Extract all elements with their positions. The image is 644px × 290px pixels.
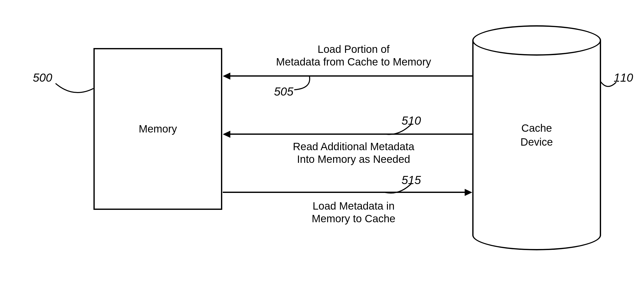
cylinder-top	[472, 25, 601, 56]
arrow-515-head	[465, 189, 472, 196]
arrow-510-head	[223, 131, 230, 138]
cylinder-bottom-mask	[474, 220, 600, 235]
arrow-510-text: Read Additional Metadata Into Memory as …	[240, 140, 467, 166]
arrow-515-text: Load Metadata in Memory to Cache	[240, 200, 467, 225]
arrow-505-head	[223, 73, 230, 80]
arrow-515-text-line1: Load Metadata in	[313, 200, 395, 212]
memory-node: Memory	[93, 48, 222, 210]
cache-device-node: Cache Device	[472, 25, 601, 235]
arrow-510-ref-leader	[384, 124, 414, 139]
arrow-515-ref-leader	[384, 183, 414, 198]
memory-ref-leader	[56, 73, 96, 104]
cache-label-line1: Cache	[521, 122, 552, 134]
arrow-505-text: Load Portion of Metadata from Cache to M…	[240, 43, 467, 69]
arrow-515-text-line2: Memory to Cache	[312, 213, 395, 225]
arrow-510-text-line1: Read Additional Metadata	[293, 141, 414, 152]
cache-ref-leader	[599, 64, 634, 97]
arrow-505-text-line1: Load Portion of	[318, 43, 390, 55]
cache-label: Cache Device	[472, 121, 601, 149]
arrow-515-line	[223, 192, 465, 193]
arrow-510-text-line2: Into Memory as Needed	[297, 153, 410, 165]
arrow-510-line	[230, 133, 472, 135]
cache-label-line2: Device	[521, 136, 553, 148]
arrow-505-ref: 505	[274, 85, 293, 98]
diagram-canvas: Memory 500 Cache Device 110 Load Portion…	[0, 0, 644, 290]
memory-label: Memory	[139, 123, 177, 135]
arrow-505-text-line2: Metadata from Cache to Memory	[276, 56, 431, 68]
memory-ref-number: 500	[33, 71, 52, 84]
arrow-505-ref-leader	[294, 76, 317, 96]
arrow-505-line	[230, 75, 472, 77]
